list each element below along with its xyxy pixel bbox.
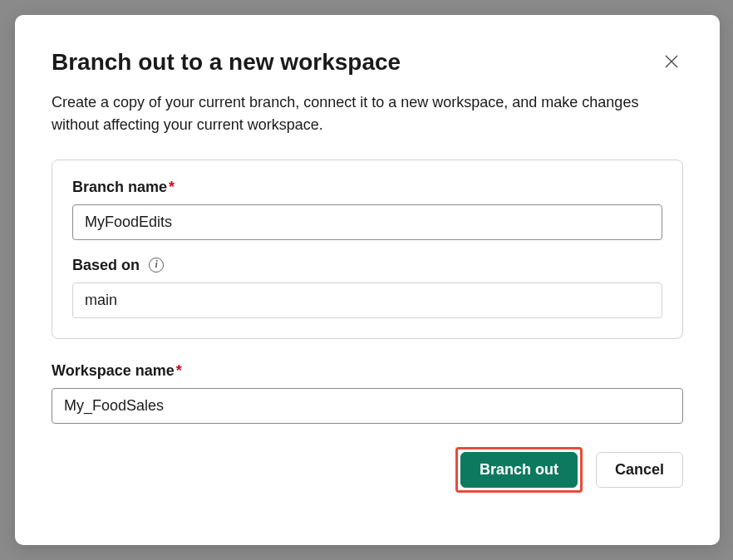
required-asterisk: * <box>176 362 182 379</box>
branch-name-field: Branch name* <box>72 179 662 240</box>
close-button[interactable] <box>660 50 683 73</box>
branch-out-modal: Branch out to a new workspace Create a c… <box>15 15 720 545</box>
modal-title: Branch out to a new workspace <box>52 48 401 76</box>
required-asterisk: * <box>169 179 175 195</box>
modal-description: Create a copy of your current branch, co… <box>52 91 683 136</box>
workspace-name-field: Workspace name* <box>52 362 683 424</box>
workspace-name-label-text: Workspace name <box>52 362 175 379</box>
branch-out-button[interactable]: Branch out <box>460 452 578 488</box>
button-row: Branch out Cancel <box>52 447 683 493</box>
workspace-name-label: Workspace name* <box>52 362 683 380</box>
cancel-button[interactable]: Cancel <box>596 452 683 488</box>
branch-name-input[interactable] <box>72 204 662 240</box>
workspace-name-input[interactable] <box>52 388 683 424</box>
based-on-field: Based on i <box>72 257 662 318</box>
based-on-label-text: Based on <box>72 257 140 273</box>
branch-fields-group: Branch name* Based on i <box>52 160 683 339</box>
info-icon[interactable]: i <box>149 258 164 273</box>
based-on-input[interactable] <box>72 282 662 318</box>
primary-button-highlight: Branch out <box>455 447 583 493</box>
branch-name-label: Branch name* <box>72 179 662 196</box>
branch-name-label-text: Branch name <box>72 179 167 195</box>
modal-header: Branch out to a new workspace <box>52 48 683 76</box>
based-on-label: Based on i <box>72 257 662 274</box>
close-icon <box>663 53 680 70</box>
